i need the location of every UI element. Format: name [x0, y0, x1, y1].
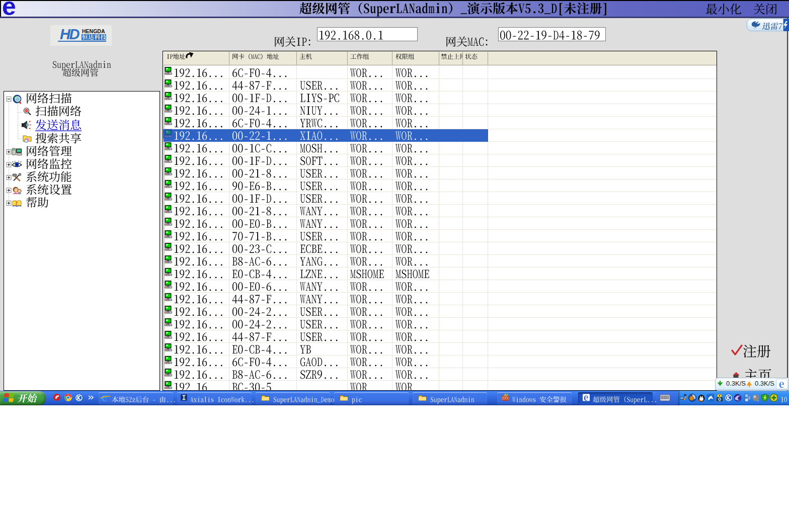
svg-text:?: ? [15, 201, 18, 206]
